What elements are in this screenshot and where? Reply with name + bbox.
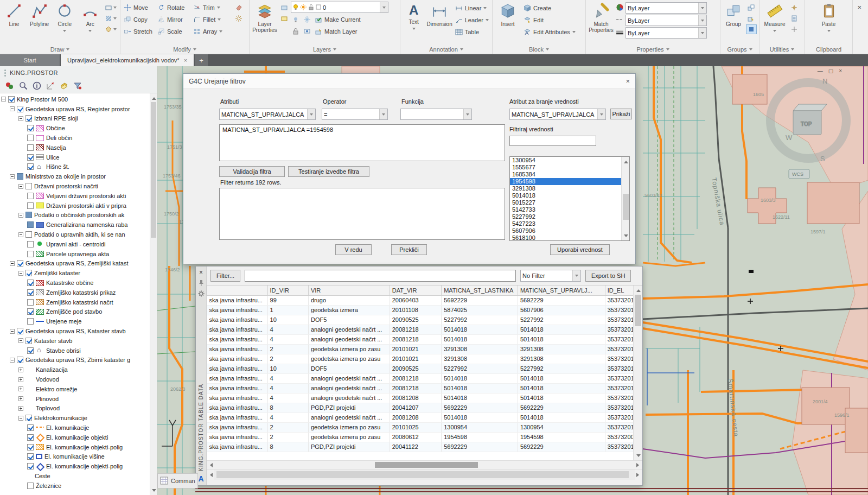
point-style-button[interactable] xyxy=(789,24,799,34)
value-item[interactable]: 5227992 xyxy=(510,213,629,220)
layer-lock-button[interactable] xyxy=(291,27,301,36)
scroll-right-button[interactable] xyxy=(635,469,642,480)
panel-grip[interactable] xyxy=(4,69,6,77)
trim-button[interactable]: Trim xyxy=(192,2,232,13)
table-row[interactable]: ska javna infrastru...10DOF5200905255227… xyxy=(207,364,634,373)
fillet-button[interactable]: Fillet xyxy=(192,14,232,25)
table-row[interactable]: ska javna infrastru...4analogni geodetsk… xyxy=(207,373,634,383)
layers-tag-icon[interactable] xyxy=(60,81,68,91)
filter-preset-select[interactable]: No Filter xyxy=(520,270,581,282)
layer-checkbox-checked[interactable] xyxy=(27,434,34,441)
tree-item[interactable]: Podatki o občinskih prostorskih ak xyxy=(0,211,149,220)
table-button[interactable]: Table xyxy=(454,27,490,37)
tree-item[interactable]: Geodetska uprava RS, Kataster stavb xyxy=(0,326,149,336)
layer-checkbox-checked[interactable] xyxy=(27,280,34,286)
ok-button[interactable]: V redu xyxy=(335,244,372,255)
scroll-left-button[interactable] xyxy=(207,469,214,480)
tree-item[interactable]: Parcele upravnega akta xyxy=(0,249,149,259)
tree-item[interactable]: Veljavni državni prostorski akti xyxy=(0,191,149,201)
id-point-button[interactable] xyxy=(789,3,799,12)
table-row[interactable]: ska javna infrastru...8PGD,PZI projekti2… xyxy=(207,442,634,452)
panel-close-icon[interactable]: × xyxy=(199,269,203,276)
tree-item[interactable]: Zemljiško katastrski načrt xyxy=(0,297,149,307)
select-arrow[interactable] xyxy=(572,270,580,281)
tree-item[interactable]: El. komunikacije objekti xyxy=(0,433,149,442)
new-tab-button[interactable]: + xyxy=(195,54,208,66)
region-tool-button[interactable] xyxy=(104,24,118,34)
column-header[interactable]: MATICNA_ST_LASTNIKA xyxy=(442,285,518,295)
linear-button[interactable]: Linear xyxy=(454,3,490,14)
scrollbar-thumb[interactable] xyxy=(623,194,629,220)
insert-button[interactable]: Insert xyxy=(495,2,521,45)
explode-button[interactable] xyxy=(234,14,244,23)
expand-icon[interactable] xyxy=(18,406,23,411)
scrollbar-thumb[interactable] xyxy=(635,295,641,326)
tree-item[interactable]: El. komunikacije objekti-polig xyxy=(0,461,149,471)
tree-item[interactable]: Železnice xyxy=(0,481,149,491)
layer-checkbox-checked[interactable] xyxy=(27,308,34,315)
tree-item[interactable]: Plinovod xyxy=(0,394,149,404)
collapse-icon[interactable] xyxy=(10,261,15,266)
tree-item[interactable]: Državni prostorski načrti xyxy=(0,181,149,191)
atribut-branje-select[interactable]: MATICNA_ST_UPRAVLJALCA xyxy=(509,109,606,120)
layer-checkbox-checked[interactable] xyxy=(27,424,34,431)
array-button[interactable]: Array xyxy=(192,26,232,37)
select-arrow[interactable] xyxy=(597,109,605,119)
hatch-tool-button[interactable] xyxy=(104,14,118,23)
collapse-icon[interactable] xyxy=(18,232,23,237)
listbox-scrollbar[interactable] xyxy=(621,157,629,240)
table-vertical-scrollbar[interactable] xyxy=(633,285,642,460)
group-edit-button[interactable] xyxy=(746,14,757,23)
tab-start[interactable]: Start xyxy=(0,54,60,66)
rectangle-tool-button[interactable] xyxy=(104,3,118,12)
tree-scrollbar[interactable] xyxy=(150,93,157,495)
layer-checkbox-unchecked[interactable] xyxy=(27,193,34,199)
tree-item[interactable]: Elektro omrežje xyxy=(0,384,149,394)
value-item[interactable]: 1685384 xyxy=(510,171,629,178)
tree-item[interactable]: Ulice xyxy=(0,153,149,162)
scroll-up-button[interactable] xyxy=(634,285,642,293)
value-item[interactable]: 5607906 xyxy=(510,227,629,234)
mirror-button[interactable]: Mirror xyxy=(156,14,192,25)
make-current-button[interactable]: Make Current xyxy=(314,14,362,25)
layer-checkbox-unchecked[interactable] xyxy=(27,144,34,151)
layer-freeze-button[interactable] xyxy=(302,15,312,24)
filtriraj-input[interactable] xyxy=(509,136,596,146)
value-item[interactable]: 5427223 xyxy=(510,220,629,227)
uporabi-vrednost-button[interactable]: Uporabi vrednost xyxy=(550,244,610,255)
collapse-icon[interactable] xyxy=(10,174,15,179)
panel-horizontal-scrollbar[interactable] xyxy=(207,469,642,480)
layer-checkbox-checked[interactable] xyxy=(17,106,23,112)
scroll-up-button[interactable] xyxy=(622,157,630,164)
color-select-arrow[interactable] xyxy=(698,3,706,13)
value-item[interactable]: 3291308 xyxy=(510,185,629,192)
map-viewport[interactable]: 1753/351751/31753/461750/21750/11746/220… xyxy=(157,66,868,495)
tree-item[interactable]: Zemljiško katastrski prikaz xyxy=(0,288,149,297)
tree-item[interactable]: Upravni akti - centroidi xyxy=(0,239,149,249)
collapse-icon[interactable] xyxy=(10,329,15,334)
collapse-icon[interactable] xyxy=(10,106,15,111)
scrollbar-thumb[interactable] xyxy=(151,102,156,238)
table-row[interactable]: ska javna infrastru...4analogni geodetsk… xyxy=(207,412,634,422)
tree-item[interactable]: Zemljiški kataster xyxy=(0,268,149,278)
layer-checkbox-checked[interactable] xyxy=(27,289,34,296)
scroll-down-button[interactable] xyxy=(634,453,642,460)
tree-item[interactable]: Podatki o upravnih aktih, ki se nan xyxy=(0,230,149,239)
table-row[interactable]: ska javna infrastru...1geodetska izmera2… xyxy=(207,305,634,315)
tree-item[interactable]: Občine xyxy=(0,123,149,133)
value-item[interactable]: 5618100 xyxy=(510,234,629,241)
atributi-select[interactable]: MATICNA_ST_UPRAVLJALCA xyxy=(219,109,316,120)
zoom-icon[interactable] xyxy=(19,81,28,91)
table-row[interactable]: ska javna infrastru...8PGD,PZI projekti2… xyxy=(207,403,634,412)
table-row[interactable]: ska javna infrastru...2geodetska izmera … xyxy=(207,422,634,432)
match-properties-button[interactable]: Match Properties xyxy=(588,2,614,45)
layer-checkbox-checked[interactable] xyxy=(27,163,34,170)
collapse-icon[interactable] xyxy=(18,338,23,343)
ribbon-close-icon[interactable]: × xyxy=(857,3,861,11)
tree-item[interactable]: Urejene meje xyxy=(0,316,149,326)
layer-checkbox-checked[interactable] xyxy=(25,115,32,122)
table-row[interactable]: ska javna infrastru...2geodetska izmera … xyxy=(207,432,634,442)
testiranje-button[interactable]: Testiranje izvedbe filtra xyxy=(288,166,369,177)
export-button[interactable]: Export to SH xyxy=(585,270,631,282)
tree-item[interactable]: Izbrani RPE sloji xyxy=(0,114,149,124)
